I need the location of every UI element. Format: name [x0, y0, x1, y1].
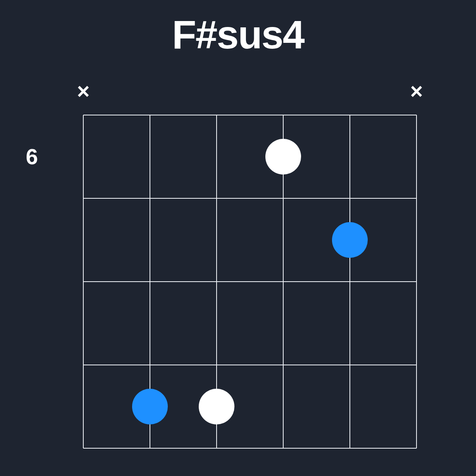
svg-point-14 [332, 222, 368, 258]
mute-mark-string-1: × [77, 81, 90, 102]
svg-point-13 [265, 139, 301, 175]
svg-point-12 [199, 389, 234, 424]
chord-diagram-card: F#sus4 ×× 6 [0, 0, 476, 476]
mute-mark-string-6: × [410, 81, 423, 102]
fretboard-diagram: ×× [71, 67, 428, 464]
starting-fret-label: 6 [26, 144, 38, 169]
fretboard-svg [71, 67, 428, 464]
chord-name-title: F#sus4 [0, 12, 476, 58]
svg-point-11 [132, 389, 168, 424]
